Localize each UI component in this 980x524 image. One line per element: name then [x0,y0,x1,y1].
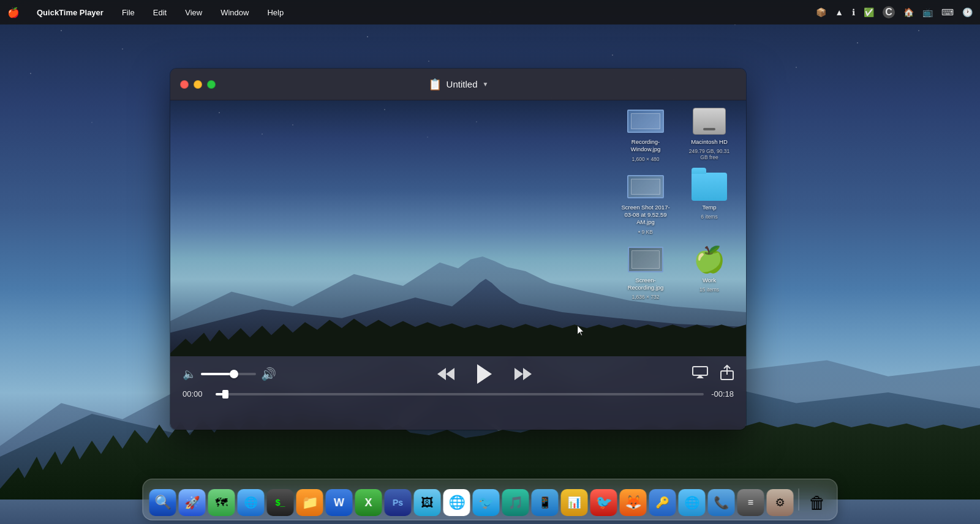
desktop-row-3: Screen-Recording.jpg 1,636 × 732 🍏 Work … [621,245,734,301]
svg-marker-2 [477,364,492,384]
desktop-item-work[interactable]: 🍏 Work 15 items [685,245,734,301]
timeline-scrubber[interactable] [216,393,704,395]
dock-item-finder[interactable]: 🔍 [149,489,176,516]
volume-slider[interactable] [201,373,256,375]
home-icon[interactable]: 🏠 [903,7,914,17]
apple-menu[interactable]: 🍎 [7,7,20,18]
remaining-time: -00:18 [711,389,734,399]
check-icon[interactable]: ✅ [864,7,874,17]
svg-marker-4 [523,368,532,380]
macintosh-hd-sublabel: 249.79 GB, 90.31 GB free [685,148,734,160]
volume-thumb [230,370,238,378]
window-title: Untitled [447,79,478,89]
recording-window-icon [626,107,665,136]
desktop-item-temp[interactable]: Temp 6 items [685,172,734,235]
help-menu[interactable]: Help [263,7,287,18]
dock-item-firefox[interactable]: 🦊 [620,489,647,516]
recording-window-label: Recording-Window.jpg [621,138,670,154]
work-icon: 🍏 [690,245,729,274]
dock-item-folder[interactable]: 📁 [296,489,323,516]
timeline-row: 00:00 -00:18 [183,389,734,399]
time-machine-icon[interactable]: 🕐 [962,7,973,17]
app-name-menu[interactable]: QuickTime Player [33,7,107,18]
info-icon[interactable]: ℹ [852,7,855,17]
dock-item-1password[interactable]: 🔑 [649,489,676,516]
dock-separator [799,488,799,511]
playback-controls [436,364,533,384]
cloud-icon[interactable]: ▲ [835,7,843,17]
quicktime-window: 📋 Untitled ▼ [170,69,746,430]
dock-item-launchpad[interactable]: 🚀 [179,489,206,516]
dock-item-chrome[interactable]: 🌐 [443,489,470,516]
maximize-button[interactable] [207,80,216,89]
dock-item-trash[interactable]: 🗑 [804,489,831,516]
svg-marker-0 [437,368,446,380]
file-menu[interactable]: File [118,7,138,18]
dock-item-terminal[interactable]: $_ [267,489,294,516]
volume-track [201,373,234,375]
c-icon[interactable]: C [883,6,895,18]
controls-area: 🔈 🔊 [170,356,746,430]
dock-item-angry-birds[interactable]: 🐦 [590,489,617,516]
desktop-row-2: Screen Shot 2017-03-08 at 9.52.59 AM.jpg… [621,172,734,235]
dock-item-photoshop[interactable]: Ps [385,489,412,516]
rewind-button[interactable] [436,367,456,381]
dock-item-preview[interactable]: 🖼 [414,489,441,516]
play-button[interactable] [475,364,494,384]
dock-item-app2[interactable]: 📞 [708,489,735,516]
title-dropdown-arrow[interactable]: ▼ [482,81,488,88]
video-area[interactable]: Recording-Window.jpg 1,600 × 480 Macinto… [170,100,746,356]
menubar: 🍎 QuickTime Player File Edit View Window… [0,0,980,24]
dock-item-word[interactable]: W [326,489,353,516]
screenshot-icon [626,172,665,201]
work-sublabel: 15 items [699,286,719,293]
airplay-button[interactable] [692,366,708,383]
dock-item-vox[interactable]: 🎵 [502,489,529,516]
svg-marker-3 [514,368,523,380]
desktop-item-screen-recording[interactable]: Screen-Recording.jpg 1,636 × 732 [621,245,670,301]
desktop-item-macintosh-hd[interactable]: Macintosh HD 249.79 GB, 90.31 GB free [685,107,734,162]
dock: 🔍 🚀 🗺 🌐 $_ 📁 W X Ps 🖼 🌐 [143,479,838,520]
dock-item-maps[interactable]: 🗺 [208,489,235,516]
dock-item-istatmenus[interactable]: ⚙ [767,489,794,516]
right-controls [692,365,734,384]
temp-label: Temp [685,204,734,211]
screenshot-sublabel: • 9 KB [638,229,653,235]
temp-folder-icon [690,172,729,201]
macintosh-hd-icon [690,107,729,136]
view-menu[interactable]: View [181,7,206,18]
screen-recording-label: Screen-Recording.jpg [621,277,670,292]
airplay-menu-icon[interactable]: 📺 [922,7,933,17]
close-button[interactable] [180,80,189,89]
volume-low-icon[interactable]: 🔈 [183,367,196,381]
dock-item-chrome2[interactable]: 🌐 [679,489,706,516]
minimize-button[interactable] [194,80,202,89]
volume-section: 🔈 🔊 [183,367,276,381]
dropbox-icon[interactable]: 📦 [816,7,826,17]
macintosh-hd-label: Macintosh HD [685,138,734,146]
window-menu[interactable]: Window [217,7,252,18]
desktop-item-recording-window[interactable]: Recording-Window.jpg 1,600 × 480 [621,107,670,162]
volume-high-icon: 🔊 [261,367,276,381]
screenshot-label: Screen Shot 2017-03-08 at 9.52.59 AM.jpg [621,204,670,226]
document-icon: 📋 [428,78,442,91]
dock-item-app1[interactable]: 📱 [532,489,559,516]
timeline-thumb [222,390,228,399]
share-button[interactable] [720,365,734,384]
fast-forward-button[interactable] [513,367,533,381]
desktop-items-panel: Recording-Window.jpg 1,600 × 480 Macinto… [621,107,734,300]
dock-item-something[interactable]: 🌐 [238,489,265,516]
titlebar: 📋 Untitled ▼ [170,69,746,100]
traffic-lights [180,80,216,89]
desktop-row-1: Recording-Window.jpg 1,600 × 480 Macinto… [621,107,734,162]
desktop-item-screenshot[interactable]: Screen Shot 2017-03-08 at 9.52.59 AM.jpg… [621,172,670,235]
dock-item-numbers[interactable]: 📊 [561,489,588,516]
current-time: 00:00 [183,389,208,399]
dock-item-bartender[interactable]: ≡ [737,489,764,516]
dock-item-excel[interactable]: X [355,489,382,516]
titlebar-center: 📋 Untitled ▼ [428,78,489,91]
keyboard-icon[interactable]: ⌨ [941,7,954,17]
edit-menu[interactable]: Edit [149,7,170,18]
desktop: 🍎 QuickTime Player File Edit View Window… [0,0,980,524]
dock-item-twitter[interactable]: 🐦 [473,489,500,516]
